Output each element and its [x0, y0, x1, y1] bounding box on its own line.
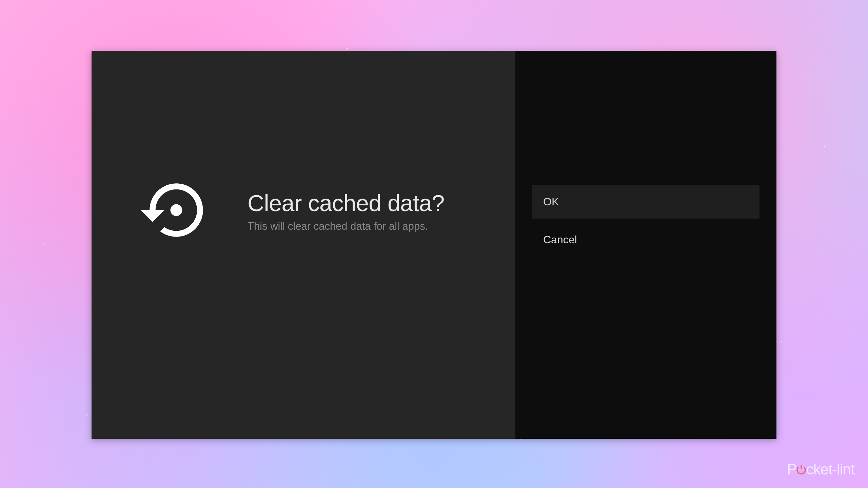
- power-icon: [796, 464, 807, 475]
- dialog-actions-panel: OK Cancel: [515, 51, 776, 439]
- confirmation-dialog: Clear cached data? This will clear cache…: [92, 51, 776, 439]
- watermark-prefix: P: [787, 461, 796, 478]
- restore-icon: [136, 169, 217, 251]
- dialog-content-panel: Clear cached data? This will clear cache…: [92, 51, 515, 439]
- dialog-description: This will clear cached data for all apps…: [248, 220, 445, 232]
- dialog-text-group: Clear cached data? This will clear cache…: [248, 169, 445, 232]
- dialog-title: Clear cached data?: [248, 190, 445, 216]
- ok-button[interactable]: OK: [532, 185, 760, 219]
- watermark-suffix: cket-lint: [806, 461, 854, 478]
- pocketlint-watermark: P cket-lint: [787, 461, 854, 478]
- cancel-button[interactable]: Cancel: [532, 223, 760, 257]
